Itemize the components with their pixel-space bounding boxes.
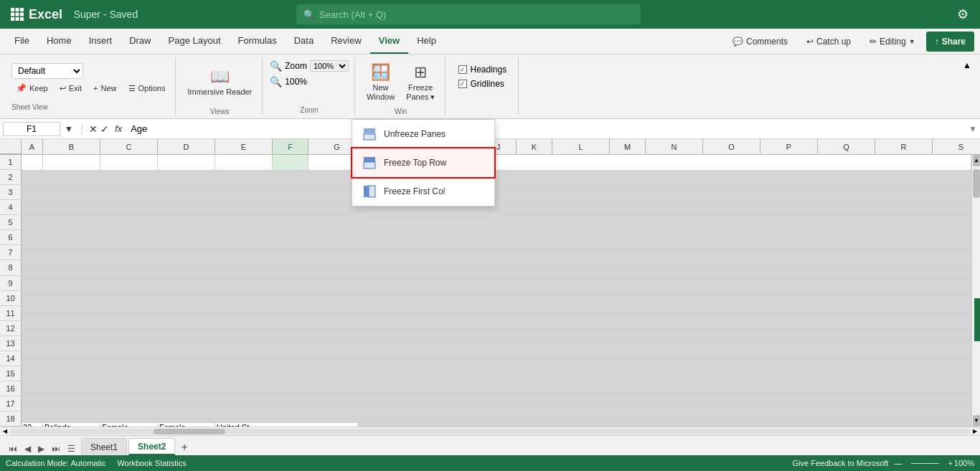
row-11[interactable]: 11 bbox=[0, 306, 22, 321]
col-header-c[interactable]: C bbox=[100, 139, 158, 154]
gridlines-checkbox[interactable] bbox=[458, 80, 467, 88]
new-window-button[interactable]: 🪟 NewWindow bbox=[362, 57, 399, 108]
cell-f1[interactable] bbox=[273, 155, 308, 171]
gear-icon[interactable]: ⚙ bbox=[951, 3, 974, 26]
editing-button[interactable]: ✏ Editing ▼ bbox=[862, 32, 923, 52]
row-5[interactable]: 5 bbox=[0, 215, 22, 230]
vertical-scrollbar[interactable]: ▲ ▼ bbox=[971, 155, 980, 427]
tab-draw[interactable]: Draw bbox=[121, 29, 159, 54]
corner-cell[interactable] bbox=[0, 139, 22, 154]
cell-a1[interactable] bbox=[22, 155, 43, 171]
col-header-n[interactable]: N bbox=[646, 139, 703, 154]
row-7[interactable]: 7 bbox=[0, 245, 22, 260]
headings-toggle[interactable]: Headings bbox=[458, 65, 507, 75]
tab-home[interactable]: Home bbox=[38, 29, 80, 54]
ribbon-collapse-button[interactable]: ▲ bbox=[960, 57, 974, 115]
formula-input[interactable] bbox=[128, 123, 966, 134]
catchup-button[interactable]: ↩ Catch up bbox=[798, 32, 859, 52]
feedback-label[interactable]: Give Feedback to Microsoft bbox=[793, 459, 889, 467]
row-18[interactable]: 18 bbox=[0, 411, 22, 427]
tab-file[interactable]: File bbox=[6, 29, 38, 54]
cell[interactable] bbox=[22, 218, 971, 234]
cell[interactable] bbox=[22, 407, 971, 423]
cell-b1[interactable] bbox=[43, 155, 100, 171]
tab-insert[interactable]: Insert bbox=[80, 29, 121, 54]
row-3[interactable]: 3 bbox=[0, 185, 22, 200]
zoom-out-button[interactable]: — bbox=[894, 459, 902, 467]
tab-data[interactable]: Data bbox=[286, 29, 322, 54]
first-tab-button[interactable]: ⏮ bbox=[6, 442, 20, 455]
fx-icon[interactable]: fx bbox=[112, 123, 125, 134]
cell-c1[interactable] bbox=[100, 155, 158, 171]
cell[interactable] bbox=[22, 171, 971, 186]
freeze-first-col-item[interactable]: Freeze First Col bbox=[352, 177, 494, 206]
col-header-r[interactable]: R bbox=[875, 139, 933, 154]
cell[interactable] bbox=[22, 328, 971, 344]
vertical-scroll-thumb[interactable] bbox=[973, 169, 980, 198]
horizontal-scrollbar[interactable]: ◀ ▶ bbox=[0, 427, 980, 435]
cell[interactable] bbox=[22, 234, 971, 249]
new-button[interactable]: + New bbox=[89, 82, 121, 95]
cell[interactable] bbox=[22, 202, 971, 218]
row-17[interactable]: 17 bbox=[0, 396, 22, 411]
col-header-l[interactable]: L bbox=[552, 139, 610, 154]
sheet-tab-sheet1[interactable]: Sheet1 bbox=[81, 438, 127, 455]
row-13[interactable]: 13 bbox=[0, 336, 22, 351]
zoom-select[interactable]: 100% 75% 50% bbox=[310, 60, 349, 72]
cell[interactable] bbox=[22, 313, 971, 328]
keep-button[interactable]: 📌 Keep bbox=[11, 82, 52, 95]
cell-d1[interactable] bbox=[158, 155, 215, 171]
row-6[interactable]: 6 bbox=[0, 230, 22, 245]
col-header-k[interactable]: K bbox=[517, 139, 552, 154]
row-10[interactable]: 10 bbox=[0, 291, 22, 306]
formula-expand-icon[interactable]: ▼ bbox=[63, 124, 75, 134]
tab-view[interactable]: View bbox=[370, 29, 408, 54]
cell[interactable] bbox=[22, 376, 971, 391]
row-8[interactable]: 8 bbox=[0, 260, 22, 275]
freeze-top-row-item[interactable]: Freeze Top Row bbox=[352, 148, 494, 177]
scroll-down-button[interactable]: ▼ bbox=[973, 415, 980, 427]
cancel-formula-icon[interactable]: ✕ bbox=[89, 123, 98, 135]
row-16[interactable]: 16 bbox=[0, 381, 22, 396]
tab-review[interactable]: Review bbox=[322, 29, 370, 54]
cell-e1[interactable] bbox=[215, 155, 273, 171]
tab-help[interactable]: Help bbox=[408, 29, 445, 54]
cell[interactable] bbox=[22, 391, 971, 407]
gridlines-toggle[interactable]: Gridlines bbox=[458, 79, 504, 89]
cell[interactable] bbox=[22, 297, 971, 313]
sheet-view-select[interactable]: Default Custom View 1 bbox=[11, 63, 83, 79]
col-header-q[interactable]: Q bbox=[818, 139, 875, 154]
sheet-tab-sheet2[interactable]: Sheet2 bbox=[128, 438, 175, 455]
row-4[interactable]: 4 bbox=[0, 200, 22, 215]
confirm-formula-icon[interactable]: ✓ bbox=[100, 123, 109, 135]
row-12[interactable]: 12 bbox=[0, 321, 22, 336]
tab-menu-button[interactable]: ☰ bbox=[65, 442, 78, 455]
zoom-slider[interactable]: ───── bbox=[903, 459, 946, 467]
zoom-in-button[interactable]: + bbox=[948, 459, 952, 467]
col-header-e[interactable]: E bbox=[215, 139, 273, 154]
search-bar[interactable]: 🔍 bbox=[296, 4, 641, 24]
col-header-o[interactable]: O bbox=[703, 139, 760, 154]
scroll-right-button[interactable]: ▶ bbox=[973, 428, 977, 434]
prev-tab-button[interactable]: ◀ bbox=[22, 442, 34, 455]
last-tab-button[interactable]: ⏭ bbox=[49, 442, 63, 455]
cell[interactable] bbox=[22, 344, 971, 360]
horizontal-scroll-thumb[interactable] bbox=[154, 429, 225, 434]
col-header-s[interactable]: S bbox=[933, 139, 980, 154]
col-header-a[interactable]: A bbox=[22, 139, 43, 154]
tab-page-layout[interactable]: Page Layout bbox=[160, 29, 230, 54]
col-header-d[interactable]: D bbox=[158, 139, 215, 154]
col-header-p[interactable]: P bbox=[760, 139, 818, 154]
row-14[interactable]: 14 bbox=[0, 351, 22, 366]
row-2[interactable]: 2 bbox=[0, 170, 22, 185]
search-input[interactable] bbox=[319, 9, 633, 20]
exit-button[interactable]: ↩ Exit bbox=[55, 82, 86, 95]
h-scroll-track[interactable] bbox=[10, 429, 970, 434]
add-sheet-button[interactable]: + bbox=[176, 439, 192, 455]
row-15[interactable]: 15 bbox=[0, 366, 22, 381]
scroll-up-button[interactable]: ▲ bbox=[973, 155, 980, 166]
unfreeze-panes-item[interactable]: Unfreeze Panes bbox=[352, 120, 494, 148]
next-tab-button[interactable]: ▶ bbox=[35, 442, 47, 455]
cell[interactable] bbox=[22, 186, 971, 202]
col-header-f[interactable]: F bbox=[273, 139, 308, 154]
